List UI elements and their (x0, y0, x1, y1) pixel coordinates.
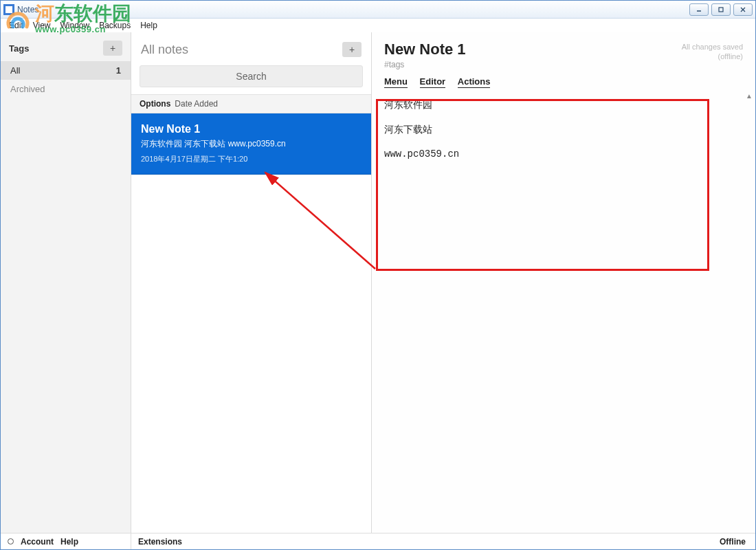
maximize-button[interactable] (711, 3, 731, 16)
window-controls (689, 3, 753, 16)
editor-head: New Note 1 #tags All changes saved (offl… (372, 32, 755, 74)
editor-panel: New Note 1 #tags All changes saved (offl… (372, 32, 755, 533)
footer-account[interactable]: Account (21, 537, 54, 547)
note-item-title: New Note 1 (141, 123, 362, 135)
main-area: Tags + All 1 Archived All notes + Search… (1, 32, 755, 533)
watermark-logo-icon (2, 6, 34, 34)
tag-row-all[interactable]: All 1 (1, 61, 131, 80)
tag-label: All (10, 65, 20, 76)
tag-count: 1 (116, 65, 121, 76)
add-note-button[interactable]: + (342, 42, 362, 57)
close-button[interactable] (733, 3, 753, 16)
editor-blank (384, 139, 743, 144)
search-wrap: Search (131, 61, 371, 94)
svg-rect-3 (719, 8, 723, 12)
menu-window[interactable]: Window (56, 21, 93, 30)
footer-offline: Offline (720, 537, 755, 547)
sort-label: Date Added (175, 99, 218, 109)
footer-extensions[interactable]: Extensions (131, 537, 720, 547)
search-input[interactable]: Search (140, 65, 363, 87)
tags-label: Tags (9, 43, 29, 54)
note-item-date: 2018年4月17日星期二 下午1:20 (141, 154, 362, 164)
account-status-icon (8, 538, 14, 544)
editor-tabs: Menu Editor Actions (372, 74, 755, 87)
save-status: All changes saved (offline) (682, 42, 743, 62)
window-title: Notes (17, 5, 689, 14)
notes-header: All notes + (131, 32, 371, 61)
footer: Account Help Extensions Offline (1, 533, 755, 549)
menubar: Edit View Window Backups Help (1, 19, 755, 32)
scroll-up-icon[interactable]: ▲ (746, 89, 753, 103)
window-titlebar: Notes (1, 1, 755, 19)
editor-line: 河东软件园 (384, 95, 743, 114)
editor-blank (384, 114, 743, 120)
options-label: Options (140, 99, 170, 109)
tags-header: Tags + (1, 32, 131, 61)
editor-body[interactable]: ▲ 河东软件园 河东下载站 www.pc0359.cn (372, 87, 755, 533)
note-item-preview: 河东软件园 河东下载站 www.pc0359.cn (141, 138, 362, 150)
editor-line: www.pc0359.cn (384, 144, 743, 164)
tags-panel: Tags + All 1 Archived (1, 32, 131, 533)
editor-line: 河东下载站 (384, 120, 743, 139)
menu-help[interactable]: Help (136, 21, 162, 30)
notes-header-label: All notes (141, 43, 188, 57)
save-status-line: All changes saved (682, 42, 743, 52)
footer-left: Account Help (1, 534, 131, 549)
minimize-button[interactable] (689, 3, 709, 16)
notes-options-row[interactable]: OptionsDate Added (131, 94, 371, 113)
save-status-line: (offline) (682, 52, 743, 61)
add-tag-button[interactable]: + (103, 41, 122, 56)
tag-label: Archived (10, 84, 45, 94)
tag-row-archived[interactable]: Archived (1, 80, 131, 98)
menu-backups[interactable]: Backups (95, 21, 135, 30)
footer-help[interactable]: Help (60, 537, 78, 547)
notes-panel: All notes + Search OptionsDate Added New… (131, 32, 372, 533)
note-list-item[interactable]: New Note 1 河东软件园 河东下载站 www.pc0359.cn 201… (131, 113, 371, 175)
